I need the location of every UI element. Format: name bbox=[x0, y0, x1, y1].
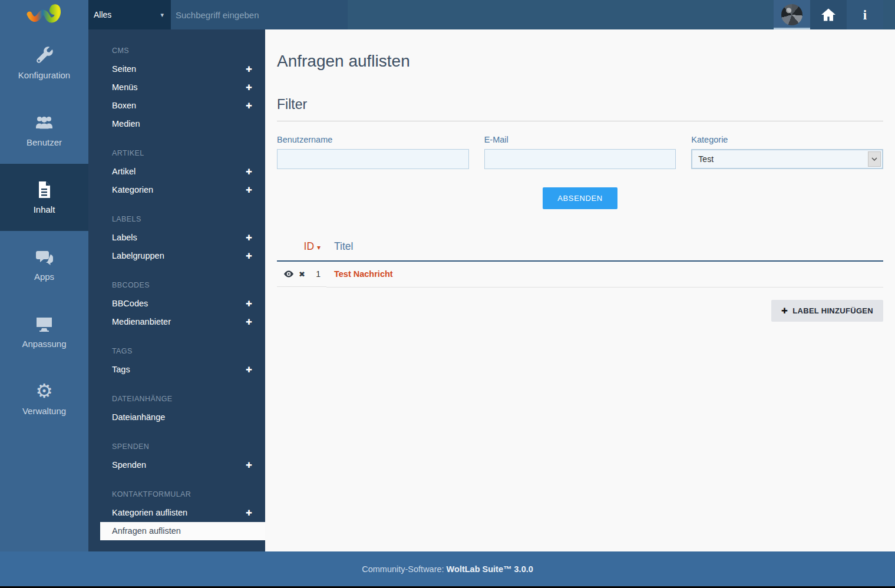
submenu-item-anfragen-auflisten[interactable]: Anfragen auflisten bbox=[100, 522, 265, 540]
submenu-item-spenden[interactable]: Spenden ✚ bbox=[88, 456, 265, 474]
add-icon[interactable]: ✚ bbox=[246, 295, 252, 313]
submenu-item-seiten[interactable]: Seiten ✚ bbox=[88, 60, 265, 78]
submenu-item-label: Labelgruppen bbox=[112, 247, 164, 265]
submenu-section-title: CMS bbox=[88, 42, 265, 60]
row-id: 1 bbox=[316, 269, 321, 279]
submenu-item-artikel[interactable]: Artikel ✚ bbox=[88, 163, 265, 181]
woltlab-w-icon bbox=[25, 2, 64, 28]
sidebar-item-label: Benutzer bbox=[27, 137, 62, 147]
email-input[interactable] bbox=[484, 149, 676, 169]
add-icon[interactable]: ✚ bbox=[246, 456, 252, 474]
sidebar-item-label: Konfiguration bbox=[18, 70, 70, 80]
page-footer: Community-Software: WoltLab Suite™ 3.0.0 bbox=[0, 551, 895, 586]
column-id-label: ID bbox=[304, 240, 315, 252]
submenu-section-title: KONTAKTFORMULAR bbox=[88, 485, 265, 504]
submenu-item-label: Menüs bbox=[112, 78, 138, 97]
column-titel-label: Titel bbox=[334, 240, 353, 252]
sidebar-item-konfiguration[interactable]: Konfiguration bbox=[0, 29, 88, 97]
column-header-id[interactable]: ID ▾ bbox=[277, 235, 326, 261]
submenu-item-label: Boxen bbox=[112, 97, 136, 115]
submenu-section-title: ARTIKEL bbox=[88, 144, 265, 163]
add-label-button[interactable]: ✚ LABEL HINZUFÜGEN bbox=[771, 300, 883, 322]
submenu-item-label: Tags bbox=[112, 361, 130, 379]
view-button[interactable] bbox=[284, 270, 293, 278]
submenu-section-kontaktformular: KONTAKTFORMULAR Kategorien auflisten ✚ A… bbox=[88, 485, 265, 540]
eye-icon bbox=[284, 270, 293, 278]
absenden-button[interactable]: ABSENDEN bbox=[543, 187, 617, 209]
add-icon[interactable]: ✚ bbox=[246, 163, 252, 181]
submit-row: ABSENDEN bbox=[277, 187, 883, 209]
search-cell bbox=[171, 0, 348, 29]
submenu-item-kategorien-auflisten[interactable]: Kategorien auflisten ✚ bbox=[88, 504, 265, 522]
desktop-icon bbox=[35, 315, 54, 333]
submenu-item-labels[interactable]: Labels ✚ bbox=[88, 229, 265, 247]
search-scope-select[interactable]: Alles ▾ bbox=[88, 0, 171, 29]
submenu-item-label: Dateianhänge bbox=[112, 408, 165, 427]
info-button[interactable]: i bbox=[847, 0, 883, 29]
submenu-item-boxen[interactable]: Boxen ✚ bbox=[88, 97, 265, 115]
sidebar-item-label: Verwaltung bbox=[22, 406, 66, 416]
kategorie-select[interactable]: Test bbox=[691, 149, 883, 169]
submenu-item-label: Spenden bbox=[112, 456, 146, 474]
chevron-down-icon: ▾ bbox=[160, 11, 164, 19]
footer-product-name[interactable]: WoltLab Suite™ 3.0.0 bbox=[447, 564, 533, 574]
submenu-item-dateianhaenge[interactable]: Dateianhänge bbox=[88, 408, 265, 427]
filter-section-title: Filter bbox=[277, 97, 883, 121]
add-icon[interactable]: ✚ bbox=[246, 313, 252, 331]
search-input[interactable] bbox=[171, 10, 348, 20]
submenu-item-kategorien[interactable]: Kategorien ✚ bbox=[88, 181, 265, 199]
avatar bbox=[781, 4, 802, 25]
submenu-section-dateianhaenge: DATEIANHÄNGE Dateianhänge bbox=[88, 390, 265, 427]
sidebar-item-benutzer[interactable]: Benutzer bbox=[0, 97, 88, 164]
add-icon[interactable]: ✚ bbox=[246, 78, 252, 97]
sidebar-item-label: Apps bbox=[34, 272, 54, 282]
wrench-icon bbox=[35, 46, 54, 65]
add-icon[interactable]: ✚ bbox=[246, 504, 252, 522]
column-header-titel[interactable]: Titel bbox=[326, 235, 883, 261]
row-title-cell: Test Nachricht bbox=[326, 261, 883, 287]
add-icon[interactable]: ✚ bbox=[246, 247, 252, 265]
field-benutzername: Benutzername bbox=[277, 135, 469, 169]
home-button[interactable] bbox=[810, 0, 847, 29]
benutzername-label: Benutzername bbox=[277, 135, 469, 144]
submenu-item-label: Labels bbox=[112, 229, 137, 247]
woltlab-acp-window: Alles ▾ i Konfigurati bbox=[0, 0, 895, 588]
add-icon[interactable]: ✚ bbox=[246, 181, 252, 199]
chevron-down-icon bbox=[868, 151, 881, 167]
top-bar-right: i bbox=[348, 0, 895, 29]
add-icon[interactable]: ✚ bbox=[246, 361, 252, 379]
table-row: ✖ 1 Test Nachricht bbox=[277, 261, 883, 287]
brand-logo[interactable] bbox=[0, 0, 88, 29]
sidebar-item-inhalt[interactable]: Inhalt bbox=[0, 164, 88, 231]
delete-button[interactable]: ✖ bbox=[299, 270, 305, 278]
add-icon[interactable]: ✚ bbox=[246, 229, 252, 247]
submenu-item-tags[interactable]: Tags ✚ bbox=[88, 361, 265, 379]
submenu-item-label: Artikel bbox=[112, 163, 136, 181]
submenu-section-labels: LABELS Labels ✚ Labelgruppen ✚ bbox=[88, 210, 265, 265]
submenu-section-title: TAGS bbox=[88, 342, 265, 361]
sidebar-item-verwaltung[interactable]: ⚙ Verwaltung bbox=[0, 365, 88, 432]
add-icon[interactable]: ✚ bbox=[246, 97, 252, 115]
submenu-item-medien[interactable]: Medien bbox=[88, 115, 265, 133]
submenu-item-labelgruppen[interactable]: Labelgruppen ✚ bbox=[88, 247, 265, 265]
user-menu-button[interactable] bbox=[774, 0, 810, 29]
sidebar-item-anpassung[interactable]: Anpassung bbox=[0, 298, 88, 365]
sort-desc-icon: ▾ bbox=[317, 243, 321, 252]
sidebar-item-label: Inhalt bbox=[34, 204, 55, 214]
add-icon[interactable]: ✚ bbox=[246, 60, 252, 78]
submenu-item-medienanbieter[interactable]: Medienanbieter ✚ bbox=[88, 313, 265, 331]
filter-form: Benutzername E-Mail Kategorie Test bbox=[277, 135, 883, 169]
field-email: E-Mail bbox=[484, 135, 676, 169]
submenu-item-menus[interactable]: Menüs ✚ bbox=[88, 78, 265, 97]
kategorie-select-value: Test bbox=[698, 154, 714, 164]
benutzername-input[interactable] bbox=[277, 149, 469, 169]
main-content: Anfragen auflisten Filter Benutzername E… bbox=[265, 29, 895, 551]
submenu-item-label: Medien bbox=[112, 115, 140, 133]
sidebar-item-apps[interactable]: Apps bbox=[0, 231, 88, 298]
search-scope-value: Alles bbox=[94, 10, 111, 19]
page-title: Anfragen auflisten bbox=[277, 52, 883, 71]
submenu-item-bbcodes[interactable]: BBCodes ✚ bbox=[88, 295, 265, 313]
row-title-link[interactable]: Test Nachricht bbox=[334, 269, 393, 279]
submenu-item-label: Kategorien bbox=[112, 181, 153, 199]
submenu-item-label: BBCodes bbox=[112, 295, 148, 313]
